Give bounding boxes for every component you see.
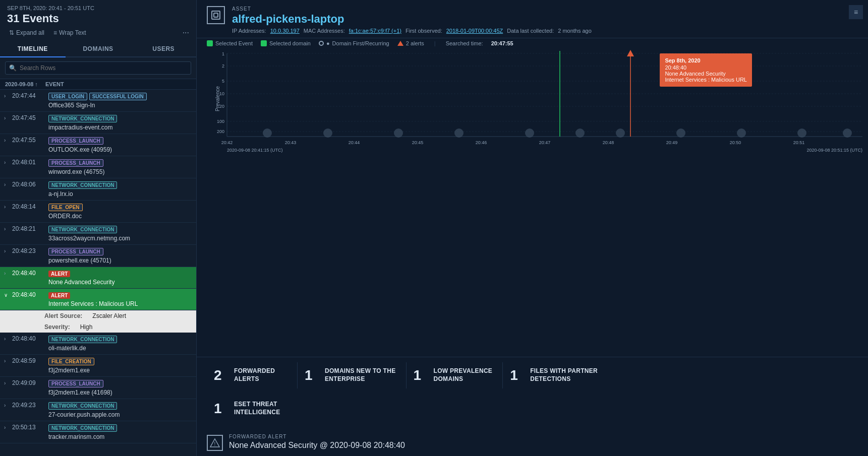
search-icon: 🔍 [9,64,17,72]
domain-dot[interactable] [616,128,625,138]
domain-dot[interactable] [797,128,806,138]
settings-button[interactable]: ≡ [849,5,863,19]
table-row[interactable]: › 20:48:06 NETWORK_CONNECTION a-nj.lrx.i… [0,178,196,201]
expand-chevron[interactable]: › [4,137,12,143]
badge-file-open: FILE_OPEN [48,204,83,211]
expand-chevron[interactable]: › [4,424,12,430]
table-row[interactable]: › 20:48:23 PROCESS_LAUNCH powershell.exe… [0,245,196,267]
legend-alerts: 2 alerts [397,40,424,46]
table-row[interactable]: › 20:48:14 FILE_OPEN ORDER.doc [0,201,196,223]
first-observed-label: First observed: [406,28,442,34]
prevalence-chart: Prevalence 1 2 5 10 20 100 200 20:42 20:… [227,48,858,342]
svg-text:1: 1 [222,51,224,56]
badge-success-login: SUCCESSFUL LOGIN [89,93,147,100]
table-row[interactable]: › 20:49:23 NETWORK_CONNECTION 27-courier… [0,399,196,421]
table-header: 2020-09-08 ↑ EVENT [0,79,196,90]
more-options-button[interactable]: ··· [183,28,189,37]
table-row[interactable]: ∨ 20:48:40 ALERT Internet Services : Mal… [0,289,196,310]
table-row[interactable]: › 20:48:21 NETWORK_CONNECTION 33across2w… [0,223,196,245]
asset-name: alfred-pickens-laptop [232,13,592,26]
badge-process: PROCESS_LAUNCH [48,159,103,167]
right-panel: ≡ ASSET alfred-pickens-laptop IP Address… [197,0,868,456]
table-row[interactable]: › 20:48:40 NETWORK_CONNECTION oli-materl… [0,333,196,355]
selected-domain-dot [261,40,267,46]
domain-dot[interactable] [394,128,403,138]
table-row[interactable]: › 20:48:40 ALERT None Advanced Security [0,267,196,289]
selected-event-dot [207,40,213,46]
tab-domains[interactable]: DOMAINS [66,41,131,57]
domain-dot[interactable] [575,128,585,138]
domain-dot[interactable] [843,128,852,138]
expand-chevron[interactable]: › [4,92,12,99]
domain-dot[interactable] [737,128,746,138]
svg-text:20:50: 20:50 [730,140,741,145]
expand-chevron[interactable]: › [4,247,12,254]
asset-label: ASSET [232,6,592,12]
left-header: SEP 8TH, 2020: 20:41 - 20:51 UTC 31 Even… [0,0,196,41]
expand-chevron[interactable]: ∨ [4,291,12,298]
indicator-domains-new[interactable]: 1 DOMAINS NEW TO THEENTERPRISE [298,362,407,388]
badge-network: NETWORK_CONNECTION [48,336,117,343]
expand-icon: ⇅ [9,29,14,36]
bottom-panel: 2 FORWARDEDALERTS 1 DOMAINS NEW TO THEEN… [197,357,868,456]
wrap-text-button[interactable]: ≡ Wrap Text [51,28,88,37]
ip-address[interactable]: 10.0.30.197 [270,28,300,34]
col-time-header[interactable]: 2020-09-08 ↑ [5,81,45,87]
expand-chevron[interactable]: › [4,402,12,408]
badge-alert: ALERT [48,292,70,299]
svg-text:20:46: 20:46 [476,140,487,145]
svg-text:10: 10 [219,91,224,96]
event-detail-row: Severity: High [0,321,196,333]
svg-text:20:43: 20:43 [285,140,297,145]
legend-bar: Selected Event Selected domain ● Domain … [197,38,868,48]
expand-chevron[interactable]: › [4,335,12,342]
domain-recurring-dot [319,41,324,46]
domain-dot[interactable] [454,128,464,138]
svg-text:2020-09-08 20:41:15 (UTC): 2020-09-08 20:41:15 (UTC) [227,148,283,153]
table-row[interactable]: › 20:48:59 FILE_CREATION f3j2mdem1.exe [0,355,196,377]
svg-rect-0 [212,11,220,19]
expand-chevron[interactable]: › [4,181,12,187]
indicator-eset[interactable]: 1 ESET THREATINTELLIGENCE [207,396,298,422]
tab-users[interactable]: USERS [131,41,196,57]
svg-text:2: 2 [222,63,224,69]
asset-icon [207,6,225,24]
table-row[interactable]: › 20:50:13 NETWORK_CONNECTION tracker.ma… [0,421,196,443]
table-row[interactable]: › 20:48:01 PROCESS_LAUNCH winword.exe (4… [0,156,196,178]
svg-text:!: ! [214,441,216,447]
expand-chevron[interactable]: › [4,270,12,276]
expand-chevron[interactable]: › [4,203,12,210]
indicator-low-prevalence[interactable]: 1 LOW PREVALENCEDOMAINS [407,362,503,388]
legend-selected-domain: Selected domain [261,40,311,46]
alert-triangle [627,50,634,56]
domain-dot[interactable] [676,128,685,138]
searched-time-value: 20:47:55 [491,40,513,46]
table-row[interactable]: › 20:47:44 USER_LOGIN SUCCESSFUL LOGIN O… [0,90,196,112]
event-count: 31 Events [7,12,189,25]
domain-dot[interactable] [263,128,272,138]
indicator-forwarded-alerts[interactable]: 2 FORWARDEDALERTS [207,362,298,388]
expand-all-button[interactable]: ⇅ Expand all [7,28,46,37]
first-observed[interactable]: 2018-01-09T00:00:45Z [446,28,503,34]
expand-chevron[interactable]: › [4,114,12,121]
indicator-files-partner[interactable]: 1 FILES WITH PARTNERDETECTIONS [503,362,608,388]
badge-process: PROCESS_LAUNCH [48,248,103,255]
expand-chevron[interactable]: › [4,225,12,232]
domain-dot[interactable] [525,128,534,138]
wrap-icon: ≡ [53,29,57,36]
table-row[interactable]: › 20:47:45 NETWORK_CONNECTION impactradi… [0,112,196,134]
domain-dot[interactable] [323,128,332,138]
data-collected: 2 months ago [558,28,592,34]
expand-chevron[interactable]: › [4,357,12,364]
table-row[interactable]: › 20:49:09 PROCESS_LAUNCH f3j2mdem1.exe … [0,377,196,399]
table-row[interactable]: › 20:47:55 PROCESS_LAUNCH OUTLOOK.exe (4… [0,134,196,156]
legend-selected-event: Selected Event [207,40,253,46]
expand-chevron[interactable]: › [4,379,12,386]
expand-chevron[interactable]: › [4,159,12,165]
events-list: › 20:47:44 USER_LOGIN SUCCESSFUL LOGIN O… [0,90,196,456]
tab-bar: TIMELINE DOMAINS USERS [0,41,196,57]
search-input[interactable] [5,61,191,75]
tab-timeline[interactable]: TIMELINE [0,41,66,57]
svg-text:20: 20 [219,104,224,109]
mac-address[interactable]: fa:1c:ae:57:c9:f7 (+1) [349,28,401,34]
